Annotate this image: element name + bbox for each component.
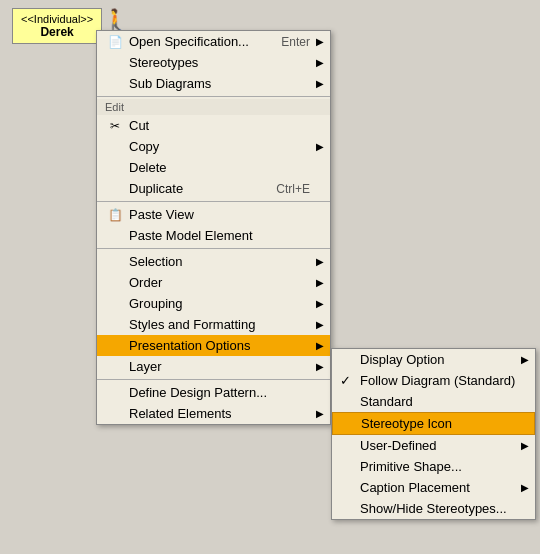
menu-item-styles[interactable]: Styles and Formatting ▶ [97,314,330,335]
submenu-item-display-option[interactable]: Display Option ▶ [332,349,535,370]
cut-icon: ✂ [105,119,125,133]
menu-item-define-design[interactable]: Define Design Pattern... [97,382,330,403]
menu-item-selection[interactable]: Selection ▶ [97,251,330,272]
layer-label: Layer [129,359,310,374]
presentation-options-label: Presentation Options [129,338,310,353]
selection-arrow: ▶ [316,256,324,267]
uml-stereotype: <<Individual>> [21,13,93,25]
user-defined-arrow: ▶ [521,440,529,451]
menu-item-open-spec[interactable]: 📄 Open Specification... Enter ▶ [97,31,330,52]
menu-item-paste-view[interactable]: 📋 Paste View [97,204,330,225]
stereotypes-arrow: ▶ [316,57,324,68]
copy-arrow: ▶ [316,141,324,152]
menu-item-stereotypes[interactable]: Stereotypes ▶ [97,52,330,73]
open-spec-shortcut: Enter [281,35,310,49]
order-arrow: ▶ [316,277,324,288]
primitive-shape-label: Primitive Shape... [360,459,515,474]
paste-view-label: Paste View [129,207,310,222]
paste-view-icon: 📋 [105,208,125,222]
menu-item-related-elements[interactable]: Related Elements ▶ [97,403,330,424]
cut-label: Cut [129,118,310,133]
context-menu: 📄 Open Specification... Enter ▶ Stereoty… [96,30,331,425]
show-hide-stereotypes-label: Show/Hide Stereotypes... [360,501,515,516]
user-defined-label: User-Defined [360,438,515,453]
menu-item-copy[interactable]: Copy ▶ [97,136,330,157]
menu-item-sub-diagrams[interactable]: Sub Diagrams ▶ [97,73,330,94]
open-spec-label: Open Specification... [129,34,261,49]
submenu-item-user-defined[interactable]: User-Defined ▶ [332,435,535,456]
menu-item-paste-model[interactable]: Paste Model Element [97,225,330,246]
submenu-item-primitive-shape[interactable]: Primitive Shape... [332,456,535,477]
menu-item-duplicate[interactable]: Duplicate Ctrl+E [97,178,330,199]
open-spec-arrow: ▶ [316,36,324,47]
separator-sel [97,248,330,249]
duplicate-shortcut: Ctrl+E [276,182,310,196]
display-option-label: Display Option [360,352,515,367]
menu-item-layer[interactable]: Layer ▶ [97,356,330,377]
follow-diagram-check: ✓ [340,373,351,388]
order-label: Order [129,275,310,290]
menu-item-grouping[interactable]: Grouping ▶ [97,293,330,314]
submenu-item-show-hide-stereotypes[interactable]: Show/Hide Stereotypes... [332,498,535,519]
stereotypes-label: Stereotypes [129,55,310,70]
uml-name: Derek [21,25,93,39]
submenu-item-standard[interactable]: Standard [332,391,535,412]
styles-label: Styles and Formatting [129,317,310,332]
menu-item-presentation-options[interactable]: Presentation Options ▶ [97,335,330,356]
selection-label: Selection [129,254,310,269]
submenu-item-follow-diagram[interactable]: ✓ Follow Diagram (Standard) [332,370,535,391]
display-option-arrow: ▶ [521,354,529,365]
grouping-label: Grouping [129,296,310,311]
presentation-options-arrow: ▶ [316,340,324,351]
uml-node: <<Individual>> Derek [12,8,102,44]
layer-arrow: ▶ [316,361,324,372]
menu-item-order[interactable]: Order ▶ [97,272,330,293]
paste-model-label: Paste Model Element [129,228,310,243]
standard-label: Standard [360,394,515,409]
styles-arrow: ▶ [316,319,324,330]
grouping-arrow: ▶ [316,298,324,309]
duplicate-label: Duplicate [129,181,256,196]
copy-label: Copy [129,139,310,154]
caption-placement-label: Caption Placement [360,480,515,495]
separator-design [97,379,330,380]
separator-paste [97,201,330,202]
caption-placement-arrow: ▶ [521,482,529,493]
sub-diagrams-arrow: ▶ [316,78,324,89]
related-elements-arrow: ▶ [316,408,324,419]
submenu-item-stereotype-icon[interactable]: Stereotype Icon [332,412,535,435]
separator-edit [97,96,330,97]
presentation-options-submenu: Display Option ▶ ✓ Follow Diagram (Stand… [331,348,536,520]
open-spec-icon: 📄 [105,35,125,49]
menu-item-delete[interactable]: Delete [97,157,330,178]
define-design-label: Define Design Pattern... [129,385,310,400]
follow-diagram-label: Follow Diagram (Standard) [360,373,515,388]
stereotype-icon-label: Stereotype Icon [361,416,514,431]
submenu-item-caption-placement[interactable]: Caption Placement ▶ [332,477,535,498]
sub-diagrams-label: Sub Diagrams [129,76,310,91]
delete-label: Delete [129,160,310,175]
menu-item-cut[interactable]: ✂ Cut [97,115,330,136]
edit-section-label: Edit [97,99,330,115]
related-elements-label: Related Elements [129,406,310,421]
